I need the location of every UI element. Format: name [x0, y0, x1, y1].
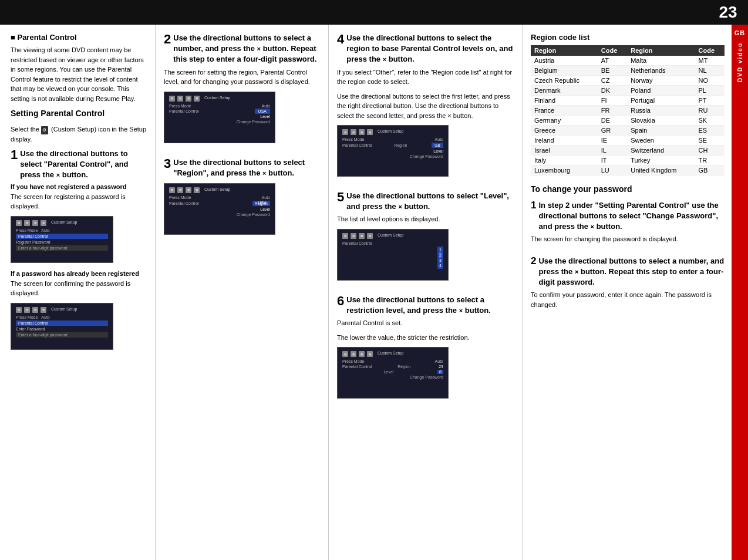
- main-content: ■ Parental Control The viewing of some D…: [0, 25, 732, 560]
- table-cell-3-2: Poland: [627, 86, 695, 96]
- table-header-code2: Code: [695, 45, 725, 56]
- screen-icon-4: ■: [41, 220, 46, 226]
- step-3-number: 3: [164, 157, 171, 170]
- screen-parental-control-2: Parental Control: [16, 321, 108, 326]
- column-1: ■ Parental Control The viewing of some D…: [0, 25, 156, 560]
- screen-level5: Level: [433, 149, 443, 153]
- table-cell-10-2: Turkey: [627, 156, 695, 166]
- step-5-number: 5: [337, 191, 344, 204]
- screen-icon-2: ■: [24, 220, 30, 226]
- screen-icon-21: ■: [342, 233, 348, 239]
- step-1-sub2-heading: If a password has already been registere…: [11, 270, 148, 277]
- screen-icons-row: ■ ■ ■ ■ Custom Setup: [16, 220, 108, 226]
- step-1-text: Use the directional buttons to select "P…: [20, 149, 148, 181]
- screen-region7: Region: [397, 365, 410, 369]
- step-4-block: 4 Use the directional buttons to select …: [337, 33, 515, 184]
- screen-change-pw5: Change Password: [410, 154, 443, 158]
- screen-icon-6: ■: [24, 307, 30, 313]
- table-cell-7-2: Spain: [627, 126, 695, 136]
- screen-enter-pw2: Enter Password: [16, 327, 108, 331]
- column-2: 2 Use the directional buttons to select …: [156, 25, 329, 560]
- step-4-text: Use the directional buttons to select th…: [346, 33, 515, 65]
- screen-auto5: Auto: [435, 137, 443, 141]
- setting-intro: Select the ⚙ (Custom Setup) icon in the …: [11, 124, 148, 144]
- screen-change-pw7: Change Password: [410, 375, 443, 379]
- screen-icon-9: ■: [169, 96, 175, 102]
- table-cell-4-3: PT: [695, 96, 725, 106]
- table-cell-11-2: United Kingdom: [627, 166, 695, 176]
- table-cell-10-3: TR: [695, 156, 725, 166]
- table-cell-8-2: Sweden: [627, 136, 695, 146]
- table-cell-2-3: NO: [695, 76, 725, 86]
- table-cell-8-1: IE: [598, 136, 627, 146]
- screen-icon-5: ■: [16, 307, 22, 313]
- screen-icon-26: ■: [351, 351, 356, 357]
- step-1-block: 1 Use the directional buttons to select …: [11, 149, 148, 357]
- table-cell-7-0: Greece: [531, 126, 598, 136]
- table-cell-1-3: NL: [695, 66, 725, 76]
- table-cell-3-0: Denmark: [531, 86, 598, 96]
- table-header-region2: Region: [627, 45, 695, 56]
- table-cell-10-0: Italy: [531, 156, 598, 166]
- level-4: 4: [439, 263, 442, 268]
- table-cell-5-2: Russia: [627, 106, 695, 116]
- table-row: IrelandIESwedenSE: [531, 136, 725, 146]
- screen-image-4: ■ ■ ■ ■ Custom Setup Press Mode Auto Par…: [164, 183, 275, 235]
- step-2-body: The screen for setting the region, Paren…: [164, 68, 321, 87]
- table-cell-6-1: DE: [598, 116, 627, 126]
- screen-icon-17: ■: [342, 129, 348, 135]
- page-number: 23: [713, 0, 743, 25]
- table-cell-4-0: Finland: [531, 96, 598, 106]
- table-row: Czech RepublicCZNorwayNO: [531, 76, 725, 86]
- table-row: GermanyDESlovakiaSK: [531, 116, 725, 126]
- table-cell-11-0: Luxembourg: [531, 166, 598, 176]
- step-5-text: Use the directional buttons to select "L…: [346, 191, 515, 212]
- screen-gb5: GB: [432, 143, 443, 148]
- screen-image-5: ■ ■ ■ ■ Custom Setup Press Mode Auto Par…: [337, 125, 449, 177]
- screen-icons-row-3: ■ ■ ■ ■ Custom Setup: [169, 96, 270, 102]
- screen-icon-8: ■: [41, 307, 46, 313]
- screen-pc3: Parental Control: [169, 109, 199, 113]
- step-3-block: 3 Use the directional buttons to select …: [164, 157, 321, 242]
- screen-title-6: Custom Setup: [378, 233, 403, 239]
- screen-title-7: Custom Setup: [378, 351, 403, 357]
- table-cell-5-1: FR: [598, 106, 627, 116]
- table-cell-6-2: Slovakia: [627, 116, 695, 126]
- region-code-list-heading: Region code list: [531, 33, 725, 42]
- column-4: Region code list Region Code Region Code…: [523, 25, 732, 560]
- screen-pm3: Press Mode: [169, 104, 191, 108]
- screen-icon-22: ■: [351, 233, 356, 239]
- screen-icon-19: ■: [359, 129, 365, 135]
- gb-label: GB: [734, 29, 746, 36]
- step-1-sub1-body: The screen for registering a password is…: [11, 192, 148, 211]
- screen-parental-control: Parental Control: [16, 234, 108, 239]
- level-2: 2: [439, 252, 442, 258]
- table-row: LuxembourgLUUnited KingdomGB: [531, 166, 725, 176]
- screen-icons-row-7: ■ ■ ■ ■ Custom Setup: [342, 351, 443, 357]
- screen-title-4: Custom Setup: [204, 187, 230, 193]
- table-cell-3-3: PL: [695, 86, 725, 96]
- screen-label-a2: Auto: [41, 315, 49, 319]
- change-password-heading: To change your password: [531, 184, 725, 195]
- step-2-number: 2: [164, 33, 171, 46]
- step-6-body2: The lower the value, the stricter the re…: [337, 333, 515, 343]
- table-cell-0-0: Austria: [531, 56, 598, 66]
- step-1-sub1-heading: If you have not registered a password: [11, 183, 148, 190]
- parental-control-heading: ■ Parental Control: [11, 33, 148, 42]
- dvd-video-label: DVD video: [737, 42, 743, 82]
- screen-pm4: Press Mode: [169, 195, 191, 200]
- screen-change-pw3: Change Password: [237, 120, 270, 124]
- step-5-body: The list of level options is displayed.: [337, 214, 515, 224]
- change-step-1-block: 1 In step 2 under "Setting Parental Cont…: [531, 200, 725, 249]
- step-3-text: Use the directional buttons to select "R…: [173, 157, 321, 178]
- level-1: 1: [439, 247, 442, 252]
- screen-icon-25: ■: [342, 351, 348, 357]
- step-2-block: 2 Use the directional buttons to select …: [164, 33, 321, 150]
- table-header-region1: Region: [531, 45, 598, 56]
- change-step-2-text: Use the directional buttons to select a …: [538, 256, 725, 288]
- screen-pm7: Press Mode: [342, 359, 364, 363]
- screen-label-pm2: Press Mode: [16, 315, 38, 319]
- change-step-1-text: In step 2 under "Setting Parental Contro…: [538, 200, 725, 232]
- screen-icon-13: ■: [169, 187, 175, 193]
- screen-title-3: Custom Setup: [204, 96, 230, 102]
